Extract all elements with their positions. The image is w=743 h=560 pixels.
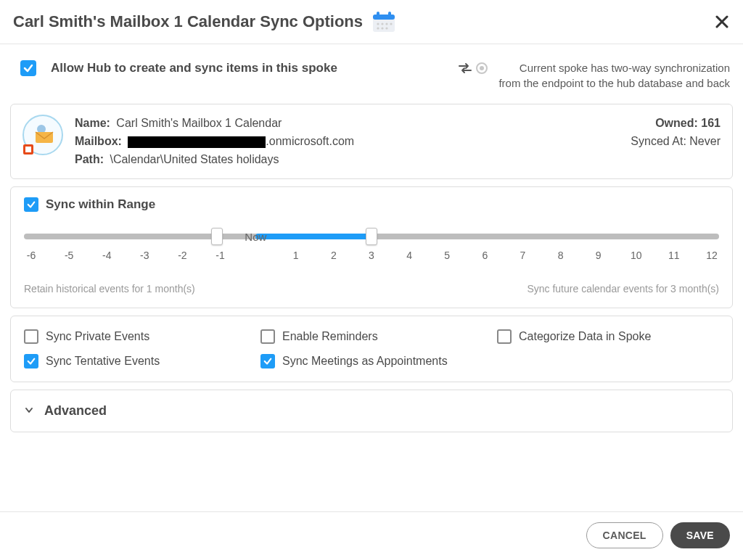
- sync-mode-block: Current spoke has two-way synchronizatio…: [458, 60, 730, 91]
- sync-private-option[interactable]: Sync Private Events: [24, 329, 246, 344]
- slider-handle-high[interactable]: [366, 228, 377, 245]
- svg-point-9: [381, 27, 383, 29]
- svg-point-5: [381, 22, 383, 25]
- svg-rect-18: [25, 147, 31, 152]
- mailbox-suffix: .onmicrosoft.com: [266, 135, 354, 147]
- slider-tick: -5: [62, 250, 76, 261]
- owned-value: 161: [701, 117, 721, 129]
- cancel-button[interactable]: CANCEL: [586, 522, 663, 548]
- name-label: Name:: [75, 117, 110, 129]
- sync-private-label: Sync Private Events: [46, 330, 149, 343]
- enable-reminders-checkbox[interactable]: [260, 329, 275, 344]
- dialog-footer: CANCEL SAVE: [0, 511, 743, 560]
- mailbox-info-fields: Name: Carl Smith's Mailbox 1 Calendar Ma…: [75, 115, 619, 168]
- slider-now-label: Now: [245, 231, 266, 243]
- categorize-checkbox[interactable]: [497, 329, 512, 344]
- sync-private-checkbox[interactable]: [24, 329, 38, 344]
- dialog-title: Carl Smith's Mailbox 1 Calendar Sync Opt…: [13, 12, 363, 31]
- slider-tick: -3: [137, 250, 152, 261]
- slider-handle-low[interactable]: [211, 228, 223, 245]
- slider-tick: 6: [477, 250, 492, 261]
- sync-options-card: Sync Private Events Enable Reminders Cat…: [10, 316, 733, 382]
- mailbox-info-stats: Owned: 161 Synced At: Never: [631, 115, 721, 168]
- slider-tick: 1: [289, 250, 303, 261]
- slider-tick: 10: [629, 250, 644, 261]
- sync-mode-line1: Current spoke has two-way synchronizatio…: [498, 60, 730, 75]
- owned-label: Owned:: [655, 117, 698, 129]
- sync-meetings-checkbox[interactable]: [260, 354, 275, 368]
- svg-point-4: [377, 22, 379, 25]
- save-button[interactable]: SAVE: [670, 522, 730, 548]
- slider-tick: 5: [440, 250, 454, 261]
- slider-tick: -4: [99, 250, 114, 261]
- slider-tick: 8: [554, 250, 568, 261]
- slider-tick: 7: [515, 250, 530, 261]
- slider-tick: 12: [705, 250, 719, 261]
- name-value: Carl Smith's Mailbox 1 Calendar: [116, 117, 282, 129]
- categorize-label: Categorize Data in Spoke: [519, 330, 651, 343]
- chevron-down-icon: [24, 405, 34, 418]
- retain-historical-text: Retain historical events for 1 month(s): [24, 283, 195, 295]
- slider-tick: -2: [175, 250, 189, 261]
- slider-fill: [255, 234, 372, 239]
- slider-tick: 4: [402, 250, 416, 261]
- range-slider[interactable]: Now -6-5-4-3-2-1123456789101112: [24, 226, 719, 270]
- calendar-icon: [372, 10, 396, 33]
- close-icon[interactable]: [714, 14, 730, 30]
- synced-label: Synced At:: [631, 135, 686, 147]
- mailbox-info-card: Name: Carl Smith's Mailbox 1 Calendar Ma…: [10, 104, 733, 179]
- slider-tick: 9: [591, 250, 606, 261]
- categorize-option[interactable]: Categorize Data in Spoke: [497, 329, 719, 344]
- sync-mode-description: Current spoke has two-way synchronizatio…: [498, 60, 730, 91]
- mailbox-redacted: [128, 136, 266, 148]
- slider-tick: 3: [364, 250, 379, 261]
- allow-hub-label: Allow Hub to create and sync items in th…: [51, 60, 337, 76]
- sync-meetings-label: Sync Meetings as Appointments: [282, 355, 448, 368]
- slider-tick: -6: [24, 250, 38, 261]
- path-value: \Calendar\United States holidays: [110, 153, 279, 165]
- svg-rect-1: [373, 15, 395, 20]
- slider-tick: [251, 250, 266, 261]
- sync-meetings-option[interactable]: Sync Meetings as Appointments: [260, 354, 483, 368]
- svg-point-7: [390, 22, 392, 25]
- advanced-section-toggle[interactable]: Advanced: [10, 390, 733, 432]
- allow-hub-checkbox[interactable]: [20, 60, 36, 76]
- slider-tick: -1: [213, 250, 228, 261]
- enable-reminders-option[interactable]: Enable Reminders: [260, 329, 483, 344]
- dialog-header: Carl Smith's Mailbox 1 Calendar Sync Opt…: [0, 0, 743, 44]
- sync-range-label: Sync within Range: [46, 197, 155, 212]
- svg-point-14: [480, 66, 484, 70]
- sync-range-card: Sync within Range Now -6-5-4-3-2-1123456…: [10, 186, 733, 308]
- allow-row: Allow Hub to create and sync items in th…: [0, 44, 743, 101]
- svg-rect-3: [388, 12, 391, 17]
- slider-ticks: -6-5-4-3-2-1123456789101112: [24, 250, 719, 261]
- slider-tick: 2: [327, 250, 341, 261]
- slider-tick: 11: [667, 250, 681, 261]
- synced-value: Never: [689, 135, 721, 147]
- mailbox-label: Mailbox:: [75, 135, 122, 147]
- mailbox-avatar-icon: [22, 115, 63, 155]
- sync-tentative-option[interactable]: Sync Tentative Events: [24, 354, 246, 368]
- sync-future-text: Sync future calendar events for 3 month(…: [527, 283, 719, 295]
- sync-tentative-label: Sync Tentative Events: [46, 355, 160, 368]
- sync-tentative-checkbox[interactable]: [24, 354, 38, 368]
- svg-point-10: [385, 27, 387, 29]
- svg-point-8: [377, 27, 379, 29]
- svg-point-6: [385, 22, 387, 25]
- two-way-sync-icon: [458, 60, 488, 75]
- sync-range-checkbox[interactable]: [24, 197, 38, 212]
- path-label: Path:: [75, 153, 104, 165]
- advanced-label: Advanced: [44, 403, 107, 419]
- enable-reminders-label: Enable Reminders: [282, 330, 378, 343]
- svg-rect-2: [377, 12, 379, 17]
- sync-mode-line2: from the endpoint to the hub database an…: [498, 75, 730, 91]
